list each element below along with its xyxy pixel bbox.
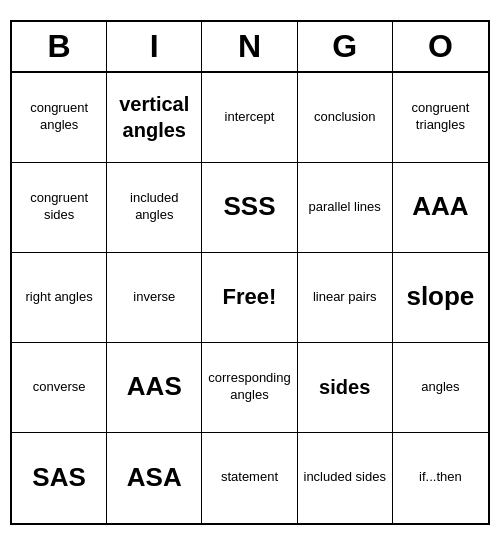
bingo-cell: congruent sides [12,163,107,253]
header-letter: I [107,22,202,71]
bingo-cell: ASA [107,433,202,523]
header-letter: B [12,22,107,71]
bingo-cell: Free! [202,253,297,343]
bingo-card: BINGO congruent anglesvertical anglesint… [10,20,490,525]
bingo-cell: SAS [12,433,107,523]
header-letter: G [298,22,393,71]
bingo-cell: AAA [393,163,488,253]
bingo-cell: if...then [393,433,488,523]
bingo-cell: SSS [202,163,297,253]
bingo-grid: congruent anglesvertical anglesintercept… [12,73,488,523]
bingo-cell: congruent triangles [393,73,488,163]
bingo-cell: included sides [298,433,393,523]
header-letter: O [393,22,488,71]
bingo-cell: angles [393,343,488,433]
bingo-cell: AAS [107,343,202,433]
bingo-cell: congruent angles [12,73,107,163]
header-letter: N [202,22,297,71]
bingo-cell: sides [298,343,393,433]
bingo-cell: converse [12,343,107,433]
bingo-cell: slope [393,253,488,343]
bingo-cell: inverse [107,253,202,343]
bingo-cell: vertical angles [107,73,202,163]
bingo-cell: right angles [12,253,107,343]
bingo-header: BINGO [12,22,488,73]
bingo-cell: intercept [202,73,297,163]
bingo-cell: conclusion [298,73,393,163]
bingo-cell: linear pairs [298,253,393,343]
bingo-cell: parallel lines [298,163,393,253]
bingo-cell: included angles [107,163,202,253]
bingo-cell: statement [202,433,297,523]
bingo-cell: corresponding angles [202,343,297,433]
